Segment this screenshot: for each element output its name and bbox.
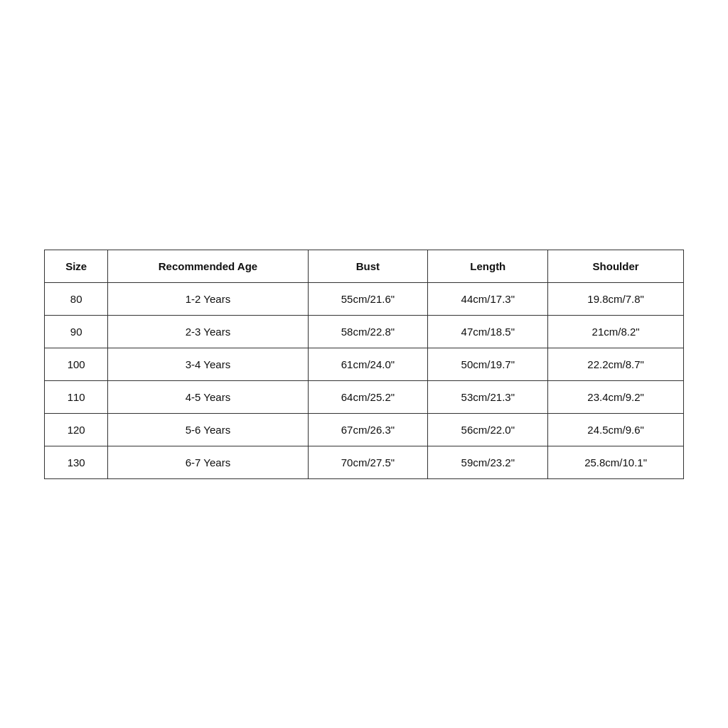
cell-size: 80	[45, 282, 108, 315]
cell-length: 44cm/17.3"	[428, 282, 548, 315]
cell-bust: 67cm/26.3"	[308, 413, 428, 446]
table-row: 1104-5 Years64cm/25.2"53cm/21.3"23.4cm/9…	[45, 380, 684, 413]
cell-bust: 64cm/25.2"	[308, 380, 428, 413]
table-row: 1003-4 Years61cm/24.0"50cm/19.7"22.2cm/8…	[45, 348, 684, 380]
cell-size: 120	[45, 413, 108, 446]
cell-size: 130	[45, 446, 108, 478]
col-header-recommended-age: Recommended Age	[108, 250, 308, 282]
col-header-shoulder: Shoulder	[548, 250, 684, 282]
cell-length: 53cm/21.3"	[428, 380, 548, 413]
col-header-bust: Bust	[308, 250, 428, 282]
cell-bust: 70cm/27.5"	[308, 446, 428, 478]
size-chart-table: Size Recommended Age Bust Length Shoulde…	[44, 250, 684, 479]
cell-shoulder: 24.5cm/9.6"	[548, 413, 684, 446]
col-header-size: Size	[45, 250, 108, 282]
cell-length: 59cm/23.2"	[428, 446, 548, 478]
cell-size: 90	[45, 315, 108, 348]
cell-age: 6-7 Years	[108, 446, 308, 478]
cell-shoulder: 23.4cm/9.2"	[548, 380, 684, 413]
cell-shoulder: 21cm/8.2"	[548, 315, 684, 348]
table-header-row: Size Recommended Age Bust Length Shoulde…	[45, 250, 684, 282]
cell-age: 5-6 Years	[108, 413, 308, 446]
cell-shoulder: 19.8cm/7.8"	[548, 282, 684, 315]
cell-bust: 55cm/21.6"	[308, 282, 428, 315]
cell-size: 110	[45, 380, 108, 413]
cell-age: 3-4 Years	[108, 348, 308, 380]
cell-age: 4-5 Years	[108, 380, 308, 413]
cell-bust: 58cm/22.8"	[308, 315, 428, 348]
size-chart-container: Size Recommended Age Bust Length Shoulde…	[44, 250, 684, 479]
table-row: 1205-6 Years67cm/26.3"56cm/22.0"24.5cm/9…	[45, 413, 684, 446]
cell-length: 56cm/22.0"	[428, 413, 548, 446]
col-header-length: Length	[428, 250, 548, 282]
cell-bust: 61cm/24.0"	[308, 348, 428, 380]
cell-shoulder: 22.2cm/8.7"	[548, 348, 684, 380]
cell-length: 47cm/18.5"	[428, 315, 548, 348]
table-row: 902-3 Years58cm/22.8"47cm/18.5"21cm/8.2"	[45, 315, 684, 348]
cell-shoulder: 25.8cm/10.1"	[548, 446, 684, 478]
cell-size: 100	[45, 348, 108, 380]
table-row: 801-2 Years55cm/21.6"44cm/17.3"19.8cm/7.…	[45, 282, 684, 315]
table-row: 1306-7 Years70cm/27.5"59cm/23.2"25.8cm/1…	[45, 446, 684, 478]
cell-age: 1-2 Years	[108, 282, 308, 315]
cell-length: 50cm/19.7"	[428, 348, 548, 380]
cell-age: 2-3 Years	[108, 315, 308, 348]
